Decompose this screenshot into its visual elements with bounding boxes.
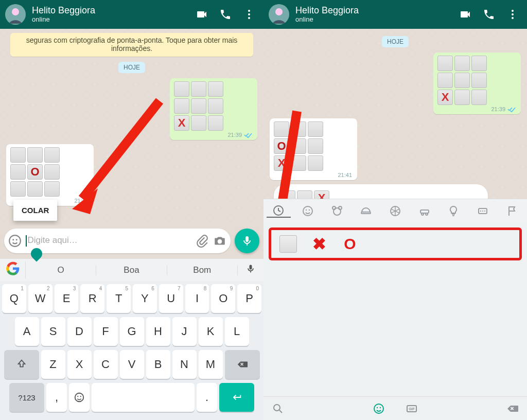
svg-point-34 xyxy=(377,407,378,408)
key-z[interactable]: Z xyxy=(41,350,65,379)
key-e[interactable]: E3 xyxy=(55,284,79,313)
key-shift[interactable] xyxy=(4,350,39,379)
emoji-category-tabs xyxy=(264,199,527,222)
board-d: X O X xyxy=(280,190,329,199)
chat-area[interactable]: HOJE X 21:39 O X 21:41 X xyxy=(264,29,527,199)
google-voice-typing[interactable] xyxy=(0,261,26,278)
svg-point-17 xyxy=(512,17,514,19)
svg-rect-28 xyxy=(420,210,429,213)
emoji-mode-icon[interactable] xyxy=(373,402,385,415)
svg-point-20 xyxy=(303,206,312,216)
key-v[interactable]: V xyxy=(120,350,144,379)
key-f[interactable]: F xyxy=(94,317,118,346)
key-emoji[interactable] xyxy=(69,383,90,412)
date-separator: HOJE xyxy=(118,62,145,73)
msg-in-1b[interactable]: O X 21:41 xyxy=(270,118,357,180)
message-input[interactable]: Digite aqui… xyxy=(26,235,191,247)
compose-area[interactable]: X O X xyxy=(274,184,488,199)
emoji-tab-animals[interactable] xyxy=(325,205,349,217)
key-g[interactable]: G xyxy=(120,317,144,346)
emoji-tab-food[interactable] xyxy=(354,205,378,217)
highlighted-emojis: ✖ O xyxy=(269,227,522,260)
video-call-icon[interactable] xyxy=(459,8,471,21)
mic-icon xyxy=(241,235,253,247)
mic-button[interactable] xyxy=(235,229,259,253)
encryption-banner[interactable]: seguras com criptografia de ponta-a-pont… xyxy=(10,33,253,57)
emoji-tab-smileys[interactable] xyxy=(296,205,320,217)
emoji-bottom-bar: GIF xyxy=(264,396,527,420)
emoji-tab-flags[interactable] xyxy=(500,205,524,217)
emoji-tab-symbols[interactable] xyxy=(471,205,495,217)
key-h[interactable]: H xyxy=(146,317,170,346)
key-k[interactable]: K xyxy=(199,317,223,346)
key-period[interactable]: . xyxy=(197,383,217,412)
key-y[interactable]: Y6 xyxy=(133,284,157,313)
key-n[interactable]: N xyxy=(172,350,197,379)
msg-out-1[interactable]: X 21:39 xyxy=(170,78,257,140)
msg-in-1[interactable]: O 21:41 xyxy=(6,144,94,206)
key-j[interactable]: J xyxy=(172,317,197,346)
key-symnum[interactable]: ?123 xyxy=(9,383,44,412)
emoji-tab-recent[interactable] xyxy=(267,204,291,218)
avatar[interactable] xyxy=(5,4,26,25)
chat-area[interactable]: seguras com criptografia de ponta-a-pont… xyxy=(0,29,264,225)
paste-popup[interactable]: COLAR xyxy=(13,200,57,221)
avatar[interactable] xyxy=(269,4,289,25)
suggestion-2[interactable]: Boa xyxy=(96,265,167,275)
emoji-tab-activity[interactable] xyxy=(383,205,408,217)
key-w[interactable]: W2 xyxy=(28,284,52,313)
emoji-circle-o[interactable]: O xyxy=(338,232,362,256)
key-b[interactable]: B xyxy=(146,350,170,379)
svg-point-21 xyxy=(306,209,307,210)
key-c[interactable]: C xyxy=(94,350,118,379)
gif-mode-icon[interactable]: GIF xyxy=(406,402,418,415)
more-icon[interactable] xyxy=(506,8,519,21)
backspace-icon[interactable] xyxy=(506,402,519,415)
emoji-white-square[interactable] xyxy=(276,232,300,256)
key-d[interactable]: D xyxy=(67,317,92,346)
key-o[interactable]: O9 xyxy=(211,284,235,313)
key-m[interactable]: M xyxy=(199,350,223,379)
key-x[interactable]: X xyxy=(67,350,92,379)
key-u[interactable]: U7 xyxy=(159,284,183,313)
key-l[interactable]: L xyxy=(225,317,249,346)
key-p[interactable]: P0 xyxy=(237,284,261,313)
svg-point-32 xyxy=(274,405,280,411)
key-space[interactable] xyxy=(92,383,195,412)
key-t[interactable]: T5 xyxy=(107,284,131,313)
camera-icon[interactable] xyxy=(213,234,226,248)
key-a[interactable]: A xyxy=(15,317,39,346)
voice-call-icon[interactable] xyxy=(219,8,232,21)
key-s[interactable]: S xyxy=(41,317,65,346)
contact-name[interactable]: Helito Beggiora xyxy=(32,6,189,16)
svg-point-25 xyxy=(339,206,342,209)
svg-point-6 xyxy=(9,235,21,247)
attach-icon[interactable] xyxy=(196,234,209,248)
suggestion-3[interactable]: Bom xyxy=(167,265,238,275)
key-comma[interactable]: , xyxy=(46,383,67,412)
voice-call-icon[interactable] xyxy=(483,8,495,21)
keyboard-mic[interactable] xyxy=(238,264,264,276)
key-backspace[interactable] xyxy=(225,350,260,379)
key-enter[interactable] xyxy=(219,383,254,412)
chat-header: Helito Beggiora online xyxy=(0,0,264,29)
svg-point-29 xyxy=(421,213,424,215)
suggestion-1[interactable]: O xyxy=(26,265,96,275)
emoji-cross-x[interactable]: ✖ xyxy=(307,232,331,256)
key-q[interactable]: Q1 xyxy=(2,284,26,313)
video-call-icon[interactable] xyxy=(196,8,208,21)
msg-out-1b[interactable]: X 21:39 xyxy=(433,52,521,114)
svg-point-33 xyxy=(374,404,383,413)
board-b: O xyxy=(10,147,90,197)
svg-point-35 xyxy=(380,407,381,408)
key-i[interactable]: I8 xyxy=(185,284,209,313)
emoji-tab-travel[interactable] xyxy=(412,205,436,217)
emoji-tab-objects[interactable] xyxy=(442,205,466,217)
more-icon[interactable] xyxy=(243,8,255,21)
emoji-grid[interactable]: ✖ O xyxy=(264,222,527,396)
emoji-icon[interactable] xyxy=(8,234,22,248)
contact-name[interactable]: Helito Beggiora xyxy=(295,6,453,16)
key-r[interactable]: R4 xyxy=(80,284,104,313)
keyboard-suggestion-bar: O Boa Bom xyxy=(0,258,264,281)
search-icon[interactable] xyxy=(272,402,284,415)
